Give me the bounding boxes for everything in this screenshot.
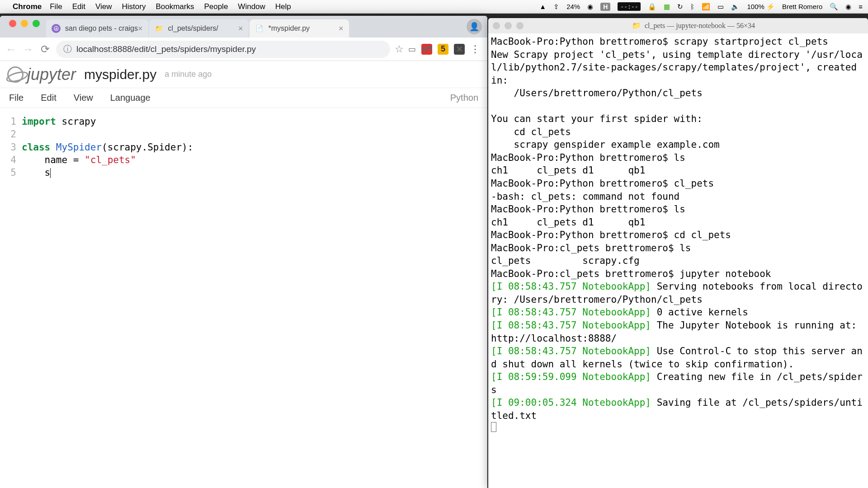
notifications-icon[interactable]: ≡	[859, 3, 863, 10]
js-ext-icon[interactable]: 5	[438, 44, 448, 55]
chrome-window: ☮ san diego pets - craigs × 📁 cl_pets/sp…	[0, 16, 487, 488]
string-literal: "cl_pets"	[85, 155, 136, 165]
zoom-level: 24%	[566, 3, 580, 10]
window-controls	[3, 20, 46, 33]
star-bookmark-icon[interactable]: ☆	[395, 43, 404, 55]
chrome-menu-icon[interactable]: ⋮	[470, 43, 480, 55]
lock-icon[interactable]: 🔒	[648, 3, 656, 11]
off-ext-icon[interactable]: off	[421, 44, 432, 55]
code-text: s	[22, 167, 50, 178]
term-line: You can start your first spider with:	[491, 113, 703, 124]
code-editor[interactable]: 1 2 3 4 5 import scrapy class MySpider(s…	[0, 108, 487, 488]
url-bar: ← → ⟳ ⓘ localhost:8888/edit/cl_pets/spid…	[0, 38, 487, 61]
menu-edit[interactable]: Edit	[72, 2, 85, 11]
back-button[interactable]: ←	[5, 43, 17, 56]
maximize-window-button[interactable]	[33, 20, 40, 27]
jup-menu-language[interactable]: Language	[110, 93, 151, 103]
term-line: MacBook-Pro:Python brettromero$ cl_pets	[491, 178, 714, 189]
file-name[interactable]: myspider.py	[84, 67, 156, 82]
term-close-button[interactable]	[493, 22, 500, 29]
tab-craigslist[interactable]: ☮ san diego pets - craigs ×	[46, 19, 148, 38]
terminal-window-controls	[493, 22, 524, 29]
last-saved: a minute ago	[165, 70, 212, 79]
code-content[interactable]: import scrapy class MySpider(scrapy.Spid…	[22, 115, 487, 488]
cloud-icon[interactable]: ▲	[539, 3, 546, 10]
forward-button[interactable]: →	[22, 43, 34, 56]
term-log-tag: [I 08:58:43.757 NotebookApp]	[491, 346, 651, 357]
address-input[interactable]: ⓘ localhost:8888/edit/cl_pets/spiders/my…	[56, 41, 390, 58]
screen-icon[interactable]: ▭	[717, 3, 724, 11]
minimize-window-button[interactable]	[21, 20, 28, 27]
term-line: MacBook-Pro:cl_pets brettromero$ ls	[491, 243, 691, 253]
volume-icon[interactable]: 🔈	[731, 3, 740, 11]
accessibility-icon[interactable]: ◉	[587, 3, 593, 11]
app-name[interactable]: Chrome	[13, 2, 42, 11]
profile-avatar[interactable]: 👤	[467, 19, 482, 34]
menu-bookmarks[interactable]: Bookmarks	[156, 2, 194, 11]
term-line: MacBook-Pro:Python brettromero$ ls	[491, 152, 685, 163]
jup-menu-file[interactable]: File	[9, 93, 24, 103]
line-gutter: 1 2 3 4 5	[0, 115, 22, 488]
term-log-tag: [I 08:58:43.757 NotebookApp]	[491, 320, 651, 331]
menu-history[interactable]: History	[122, 2, 146, 11]
close-ext-icon[interactable]: ✕	[454, 44, 465, 55]
battery-status[interactable]: 100% ⚡	[747, 3, 775, 11]
jupyter-logo[interactable]: jupyter	[7, 65, 76, 84]
tab-close-icon[interactable]: ×	[238, 24, 243, 33]
code-text: name =	[22, 155, 85, 165]
term-line: 0 active kernels	[651, 307, 748, 318]
reader-ext-icon[interactable]: ▭	[408, 44, 416, 54]
term-log-tag: [I 09:00:05.324 NotebookApp]	[491, 397, 651, 408]
close-window-button[interactable]	[9, 20, 16, 27]
reload-button[interactable]: ⟳	[39, 43, 52, 56]
file-favicon-icon: 📄	[255, 24, 264, 33]
excel-icon[interactable]: ▦	[664, 3, 670, 11]
wifi-icon[interactable]: 📶	[702, 3, 710, 11]
term-line: MacBook-Pro:Python brettromero$ cd cl_pe…	[491, 230, 731, 240]
tab-spiders-dir[interactable]: 📁 cl_pets/spiders/ ×	[149, 19, 249, 38]
jupyter-header: jupyter myspider.py a minute ago	[0, 61, 487, 88]
user-name[interactable]: Brett Romero	[782, 3, 822, 10]
terminal-window: 📁 cl_pets — jupyter-notebook — 56×34 Mac…	[488, 18, 868, 488]
term-log-tag: [I 08:59:59.099 NotebookApp]	[491, 371, 651, 382]
tab-bar: ☮ san diego pets - craigs × 📁 cl_pets/sp…	[0, 16, 487, 38]
term-line: scrapy genspider example example.com	[491, 139, 720, 150]
terminal-output[interactable]: MacBook-Pro:Python brettromero$ scrapy s…	[488, 33, 868, 488]
term-log-tag: [I 08:58:43.757 NotebookApp]	[491, 281, 651, 292]
jup-menu-edit[interactable]: Edit	[41, 93, 56, 103]
term-line: ch1 cl_pets d1 qb1	[491, 217, 645, 228]
menu-view[interactable]: View	[95, 2, 112, 11]
siri-icon[interactable]: ◉	[845, 3, 851, 11]
text-cursor	[50, 168, 51, 178]
term-minimize-button[interactable]	[505, 22, 512, 29]
term-log-tag: [I 08:58:43.757 NotebookApp]	[491, 307, 651, 318]
jup-menu-view[interactable]: View	[74, 93, 93, 103]
timemachine-icon[interactable]: ↻	[677, 3, 683, 11]
bluetooth-icon[interactable]: ᛒ	[690, 3, 694, 10]
menu-file[interactable]: File	[50, 2, 62, 11]
jupyter-logo-text: jupyter	[27, 65, 76, 84]
timer-pill[interactable]: --:--	[618, 2, 641, 11]
tab-label: *myspider.py	[269, 24, 310, 33]
tab-close-icon[interactable]: ×	[339, 24, 344, 33]
extension-icons: ▭ off 5 ✕ ⋮	[408, 43, 480, 55]
terminal-cursor	[491, 422, 496, 432]
site-info-icon[interactable]: ⓘ	[63, 43, 72, 55]
menu-help[interactable]: Help	[275, 2, 291, 11]
menu-window[interactable]: Window	[238, 2, 265, 11]
tab-myspider[interactable]: 📄 *myspider.py ×	[250, 19, 349, 38]
term-line: cd cl_pets	[491, 127, 571, 137]
line-number: 5	[0, 166, 16, 179]
folder-favicon-icon: 📁	[155, 24, 164, 33]
tab-close-icon[interactable]: ×	[138, 24, 143, 33]
term-line: ch1 cl_pets d1 qb1	[491, 165, 645, 176]
hammerspoon-icon[interactable]: H	[600, 3, 610, 11]
jupyter-menubar: File Edit View Language Python	[0, 88, 487, 108]
menu-people[interactable]: People	[204, 2, 228, 11]
terminal-title: cl_pets — jupyter-notebook — 56×34	[645, 21, 755, 31]
term-maximize-button[interactable]	[516, 22, 524, 29]
term-line: MacBook-Pro:Python brettromero$ ls	[491, 204, 685, 215]
dropbox-icon[interactable]: ⇪	[553, 3, 559, 11]
spotlight-icon[interactable]: 🔍	[830, 3, 838, 11]
keyword: import	[22, 116, 56, 127]
